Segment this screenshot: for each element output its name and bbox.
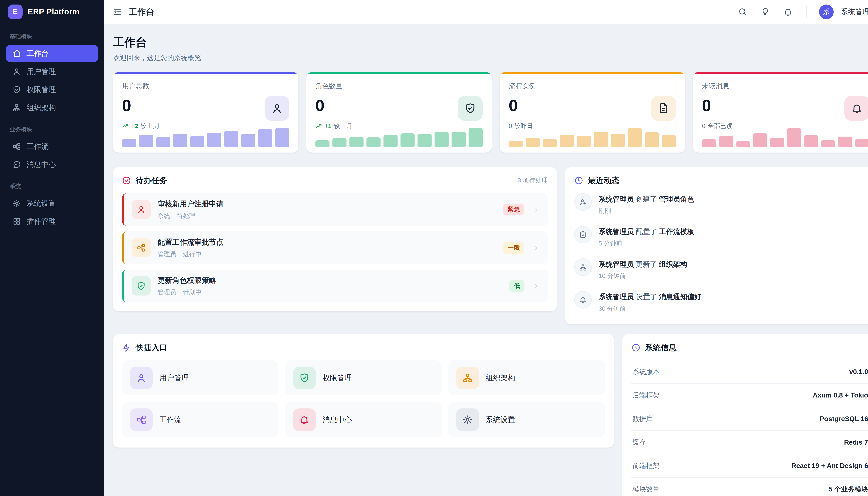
quick-entry-permissions[interactable]: 权限管理: [285, 360, 441, 396]
sidebar-item-settings[interactable]: 系统设置: [6, 195, 98, 212]
spark-bar: [468, 128, 483, 147]
stat-value: 0: [509, 96, 676, 115]
quick-entry-workflow[interactable]: 工作流: [122, 402, 278, 437]
system-info-panel: 系统信息 系统版本 v0.1.0 后端框架 Axum 0.8 + Tokio 数…: [622, 334, 868, 496]
main-area: 工作台 系 系统管理员 工作台 欢迎回来，这是您的系统概览 用户总数 0: [104, 0, 868, 496]
todo-count: 3 项待处理: [518, 176, 548, 185]
logo-icon: E: [8, 4, 23, 19]
activity-action: 配置了: [636, 228, 657, 236]
spark-bar: [821, 140, 835, 147]
mini-bar-chart: [122, 128, 289, 147]
user-icon: [132, 200, 151, 219]
chevron-right-icon[interactable]: [532, 206, 540, 213]
sidebar-item-messages[interactable]: 消息中心: [6, 156, 98, 173]
sysinfo-row: 模块数量 5 个业务模块: [631, 478, 868, 496]
sysinfo-label: 缓存: [632, 438, 646, 447]
spark-bar: [662, 135, 676, 147]
search-icon[interactable]: [737, 6, 749, 18]
task-status: 进行中: [183, 250, 202, 258]
spark-bar: [702, 139, 716, 147]
stat-value: 0: [702, 96, 868, 115]
task-status: 待处理: [177, 212, 195, 220]
shield-check-icon: [132, 276, 151, 295]
message-icon: [13, 160, 21, 169]
quick-entry-org[interactable]: 组织架构: [448, 360, 605, 396]
sysinfo-row: 后端框架 Axum 0.8 + Tokio: [631, 384, 868, 407]
nav-section-label: 业务模块: [0, 117, 104, 137]
spark-bar: [418, 134, 432, 147]
task-row[interactable]: 更新角色权限策略 管理员 计划中 低: [122, 269, 548, 302]
activity-actor: 系统管理员: [598, 195, 634, 203]
quick-entry-users[interactable]: 用户管理: [122, 360, 278, 396]
sidebar-item-permissions[interactable]: 权限管理: [6, 81, 98, 98]
activity-time: 10 分钟前: [598, 272, 687, 280]
sidebar-item-org[interactable]: 组织架构: [6, 99, 98, 116]
activity-action: 创建了: [636, 195, 657, 203]
chevron-right-icon[interactable]: [532, 282, 540, 290]
priority-badge: 一般: [503, 242, 525, 254]
spark-bar: [316, 140, 329, 147]
stat-card-workflows: 流程实例 0 0 较昨日: [500, 72, 685, 152]
lightning-icon: [122, 343, 131, 352]
clock-icon: [574, 176, 583, 185]
spark-bar: [509, 141, 523, 147]
brand-header: E ERP Platform: [0, 0, 104, 24]
stat-label: 流程实例: [509, 81, 676, 91]
task-title: 更新角色权限策略: [158, 275, 502, 285]
bulb-icon[interactable]: [760, 6, 771, 18]
activity-object: 工作流模板: [659, 228, 694, 236]
bell-icon[interactable]: [782, 6, 793, 18]
sidebar-item-users[interactable]: 用户管理: [6, 63, 98, 80]
quick-entry-label: 系统设置: [486, 415, 515, 425]
spark-bar: [543, 139, 557, 147]
avatar[interactable]: 系: [819, 4, 834, 19]
spark-bar: [156, 137, 170, 147]
task-status: 计划中: [183, 288, 202, 297]
clipboard-check-icon: [574, 226, 592, 243]
activity-time: 5 分钟前: [598, 239, 694, 248]
user-name[interactable]: 系统管理员: [840, 7, 868, 17]
task-row[interactable]: 审核新用户注册申请 系统 待处理 紧急: [122, 193, 548, 226]
home-icon: [13, 49, 21, 58]
spark-bar: [594, 132, 608, 147]
sidebar-item-workbench[interactable]: 工作台: [6, 45, 98, 62]
sysinfo-value: Axum 0.8 + Tokio: [813, 391, 868, 399]
sidebar-item-label: 系统设置: [27, 198, 56, 208]
sysinfo-row: 前端框架 React 19 + Ant Design 6: [631, 454, 868, 478]
sysinfo-row: 缓存 Redis 7: [631, 431, 868, 454]
stat-card-users: 用户总数 0 +2 较上周: [113, 72, 299, 152]
mini-bar-chart: [509, 128, 676, 147]
stat-value: 0: [122, 96, 289, 115]
stat-card-messages: 未读消息 0 0 全部已读: [693, 72, 868, 152]
activity-actor: 系统管理员: [598, 293, 634, 301]
sidebar-item-plugins[interactable]: 插件管理: [6, 213, 98, 230]
activity-item: 系统管理员 配置了 工作流模板 5 分钟前: [574, 226, 868, 259]
sidebar-item-label: 消息中心: [27, 159, 56, 170]
sysinfo-value: 5 个业务模块: [829, 484, 868, 494]
priority-badge: 紧急: [503, 204, 525, 215]
gear-icon: [13, 199, 21, 207]
stat-card-roles: 角色数量 0 +1 较上月: [306, 72, 492, 152]
timeline-connector: [583, 277, 583, 290]
quick-entry-messages[interactable]: 消息中心: [285, 402, 441, 437]
page-content: 工作台 欢迎回来，这是您的系统概览 用户总数 0 +2 较上周: [104, 24, 868, 496]
task-row[interactable]: 配置工作流审批节点 管理员 进行中 一般: [122, 231, 548, 264]
sidebar-item-workflow[interactable]: 工作流: [6, 138, 98, 155]
spark-bar: [401, 134, 415, 147]
nav-section-label: 系统: [0, 174, 104, 194]
spark-bar: [122, 139, 136, 147]
topbar-title: 工作台: [129, 6, 154, 18]
quick-entry-label: 权限管理: [323, 373, 352, 383]
activity-item: 系统管理员 更新了 组织架构 10 分钟前: [574, 258, 868, 291]
spark-bar: [787, 128, 801, 147]
spark-bar: [753, 134, 767, 147]
activity-actor: 系统管理员: [598, 228, 634, 236]
sysinfo-value: Redis 7: [844, 438, 868, 446]
sysinfo-label: 前端框架: [632, 461, 659, 470]
menu-fold-icon[interactable]: [113, 7, 122, 16]
quick-entry-settings[interactable]: 系统设置: [448, 402, 605, 437]
spark-bar: [628, 128, 642, 147]
spark-bar: [173, 134, 187, 147]
chevron-right-icon[interactable]: [532, 244, 540, 251]
user-icon: [264, 96, 289, 121]
